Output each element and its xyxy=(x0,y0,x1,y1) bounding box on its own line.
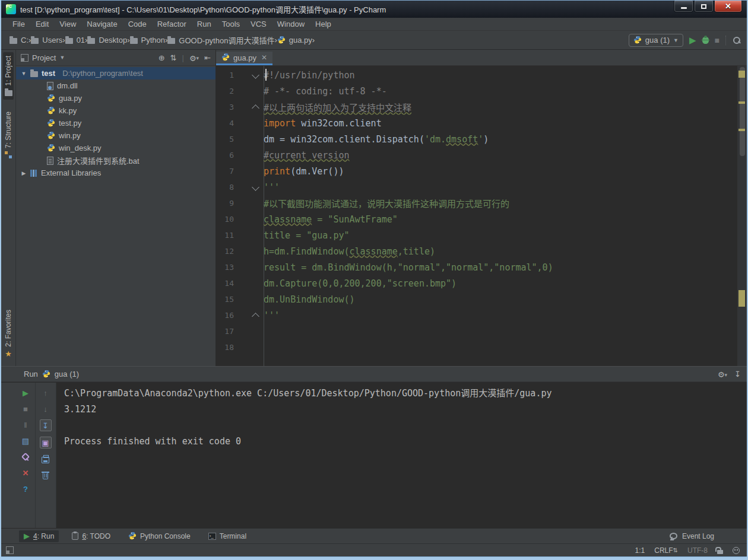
code-line[interactable]: 9#以下截图功能测试通过，说明大漠插件这种调用方式是可行的 xyxy=(216,195,737,211)
stop-button[interactable]: ■ xyxy=(20,403,31,414)
hector-inspector-icon[interactable] xyxy=(733,547,740,554)
encoding-widget[interactable]: UTF-8 xyxy=(687,546,708,555)
up-stack-trace-button[interactable]: ↑ xyxy=(40,387,51,398)
code-line[interactable]: 10classname = "SunAwtFrame" xyxy=(216,211,737,227)
tree-row[interactable]: gua.py xyxy=(16,92,215,104)
sidebar-item-favorites[interactable]: 2: Favorites ★ xyxy=(3,306,14,361)
toolwindow-button-6[interactable]: 6: TODO xyxy=(67,530,115,542)
stop-button[interactable]: ■ xyxy=(715,36,720,44)
code-line[interactable]: 13result = dm.BindWindow(h,"normal","nor… xyxy=(216,259,737,275)
menu-item-window[interactable]: Window xyxy=(272,19,310,29)
code-line[interactable]: 14dm.Capture(0,0,200,200,"screen.bmp") xyxy=(216,275,737,291)
menu-item-vcs[interactable]: VCS xyxy=(245,19,272,29)
tree-row[interactable]: win.py xyxy=(16,129,215,142)
help-button[interactable]: ? xyxy=(20,483,31,494)
toolwindow-switcher-icon[interactable] xyxy=(6,546,14,554)
chevron-down-icon[interactable]: ▼ xyxy=(59,55,65,61)
pin-tab-button[interactable] xyxy=(20,451,31,462)
code-line[interactable]: 1#!/usr/bin/python xyxy=(216,67,737,83)
fold-marker-icon[interactable] xyxy=(252,104,259,112)
down-stack-trace-button[interactable]: ↓ xyxy=(40,403,51,414)
tree-row[interactable]: win_desk.py xyxy=(16,142,215,154)
breadcrumb-item[interactable]: Python xyxy=(130,36,165,44)
menu-item-navigate[interactable]: Navigate xyxy=(81,19,122,29)
pause-output-button[interactable]: ‖ xyxy=(20,419,31,430)
toolwindow-button-terminal[interactable]: Terminal xyxy=(204,530,251,542)
error-stripe[interactable] xyxy=(737,66,747,366)
code-line[interactable]: 7print(dm.Ver()) xyxy=(216,163,737,179)
locate-file-icon[interactable]: ⊕ xyxy=(159,54,165,62)
tree-row[interactable]: kk.py xyxy=(16,104,215,117)
code-line[interactable]: 12h=dm.FindWindow(classname,title) xyxy=(216,243,737,259)
code-line[interactable]: 11title = "gua.py" xyxy=(216,227,737,243)
tab-gua-py[interactable]: gua.py ✕ xyxy=(216,52,272,65)
menu-item-view[interactable]: View xyxy=(54,19,81,29)
breadcrumb-item[interactable]: Users xyxy=(31,36,62,44)
code-line[interactable]: 18 xyxy=(216,339,737,355)
run-configuration-select[interactable]: gua (1) ▼ xyxy=(629,34,683,47)
collapse-all-icon[interactable]: ⇅ xyxy=(170,54,177,62)
menu-item-run[interactable]: Run xyxy=(192,19,217,29)
tree-row[interactable]: dm.dll xyxy=(16,79,215,92)
code-line[interactable]: 15dm.UnBindWindow() xyxy=(216,291,737,307)
menu-item-file[interactable]: File xyxy=(7,19,30,29)
breadcrumb-item[interactable]: gua.py xyxy=(277,36,312,45)
sidebar-item-project[interactable]: 1: Project xyxy=(3,52,14,100)
code-line[interactable]: 8''' xyxy=(216,179,737,195)
settings-gear-button[interactable]: ⚙▾ xyxy=(189,53,199,62)
restore-button[interactable] xyxy=(694,1,714,12)
chevron-expanded-icon[interactable]: ▼ xyxy=(21,71,27,77)
clear-all-button[interactable] xyxy=(40,470,51,481)
inspection-status-mark[interactable] xyxy=(739,71,745,78)
tree-row-external-libraries[interactable]: ▶External Libraries xyxy=(16,167,215,179)
warning-mark[interactable] xyxy=(739,290,745,307)
close-button[interactable]: ✕ xyxy=(20,467,31,478)
menu-item-edit[interactable]: Edit xyxy=(30,19,54,29)
warning-mark[interactable] xyxy=(739,129,745,131)
event-log-button[interactable]: Event Log xyxy=(670,532,714,540)
print-button[interactable] xyxy=(40,454,51,464)
code-line[interactable]: 5dm = win32com.client.Dispatch('dm.dmsof… xyxy=(216,131,737,147)
debug-button[interactable] xyxy=(702,37,709,44)
code-line[interactable]: 16''' xyxy=(216,307,737,323)
toolwindow-button-4[interactable]: ▶4: Run xyxy=(19,530,59,542)
unlock-icon[interactable] xyxy=(717,550,723,554)
breadcrumb-item[interactable]: C: xyxy=(9,36,28,44)
breadcrumb-item[interactable]: 01 xyxy=(65,36,85,44)
code-line[interactable]: 4import win32com.client xyxy=(216,115,737,131)
breadcrumb-item[interactable]: GOOD-python调用大漠插件 xyxy=(167,34,274,46)
tab-close-icon[interactable]: ✕ xyxy=(261,53,267,62)
restore-layout-button[interactable]: ▤ xyxy=(20,435,31,446)
minimize-button[interactable] xyxy=(674,1,693,12)
line-ending-widget[interactable]: CRLF⇅ xyxy=(654,546,678,555)
chevron-collapsed-icon[interactable]: ▶ xyxy=(21,170,27,176)
tree-row[interactable]: test.py xyxy=(16,117,215,129)
close-button[interactable]: ✕ xyxy=(714,1,742,12)
fold-marker-icon[interactable] xyxy=(252,183,259,191)
menu-item-code[interactable]: Code xyxy=(123,19,152,29)
code-line[interactable]: 17 xyxy=(216,323,737,339)
toolwindow-button-python-console[interactable]: Python Console xyxy=(123,530,195,543)
rerun-button[interactable]: ▶ xyxy=(20,387,31,398)
settings-gear-button[interactable]: ⚙▾ xyxy=(718,370,727,378)
run-console-output[interactable]: C:\ProgramData\Anaconda2\python.exe C:/U… xyxy=(64,386,741,450)
tree-row-root[interactable]: ▼testD:\python_program\test xyxy=(16,67,215,79)
menu-item-refactor[interactable]: Refactor xyxy=(152,19,192,29)
warning-mark[interactable] xyxy=(739,101,745,104)
editor-body[interactable]: 1#!/usr/bin/python2# -*- coding: utf-8 -… xyxy=(216,66,747,366)
caret-position-widget[interactable]: 1:1 xyxy=(635,546,645,555)
code-line[interactable]: 2# -*- coding: utf-8 -*- xyxy=(216,83,737,99)
breadcrumb-item[interactable]: Desktop xyxy=(87,36,127,44)
menu-item-tools[interactable]: Tools xyxy=(217,19,245,29)
code-line[interactable]: 6#current version xyxy=(216,147,737,163)
scrollbar-thumb[interactable] xyxy=(740,67,745,156)
code-line[interactable]: 3#以上两句话的加入为了支持中文注释 xyxy=(216,99,737,115)
sidebar-item-structure[interactable]: 7: Structure xyxy=(3,108,14,162)
hide-panel-icon[interactable]: ⇤ xyxy=(204,54,211,62)
tree-row[interactable]: 注册大漠插件到系统.bat xyxy=(16,154,215,167)
hide-panel-icon[interactable]: ↧ xyxy=(734,370,741,378)
menu-item-help[interactable]: Help xyxy=(310,19,337,29)
run-button[interactable]: ▶ xyxy=(689,36,696,44)
fold-marker-icon[interactable] xyxy=(252,71,259,79)
soft-wrap-toggle[interactable]: ▣ xyxy=(40,437,52,448)
